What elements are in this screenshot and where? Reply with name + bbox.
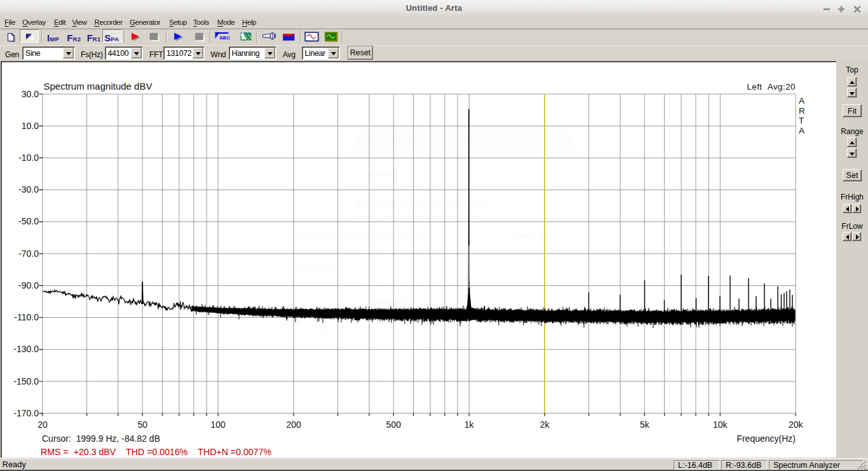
svg-text:200: 200 xyxy=(286,420,301,430)
svg-text:-130.0: -130.0 xyxy=(13,344,39,354)
svg-text:Left Avg:20: Left Avg:20 xyxy=(747,82,796,92)
svg-text:10.0: 10.0 xyxy=(22,121,39,131)
svg-text:T: T xyxy=(799,116,804,125)
svg-text:+ Sekunden: + Sekunden xyxy=(508,231,553,240)
svg-text:-30.0: -30.0 xyxy=(18,184,39,195)
svg-text:-110.0: -110.0 xyxy=(14,312,39,322)
svg-text:Spectrum magnitude dBV: Spectrum magnitude dBV xyxy=(44,81,153,92)
svg-text:nach Pause automatisch beenden: nach Pause automatisch beenden xyxy=(356,212,481,222)
svg-text:auf Wiedergabegerät anwenden: auf Wiedergabegerät anwenden xyxy=(356,181,473,191)
svg-text:-150.0: -150.0 xyxy=(13,376,39,386)
svg-text:Abbrechen: Abbrechen xyxy=(365,296,405,306)
svg-text:-170.0: -170.0 xyxy=(13,408,39,418)
svg-text:RMS = +20.3 dBV THD =0.001: RMS = +20.3 dBV THD =0.0016% THD+N =0.00… xyxy=(41,447,272,457)
svg-text:A: A xyxy=(799,96,804,106)
svg-text:1k: 1k xyxy=(465,420,475,430)
svg-text:aller Tonsteuerelemente aufzei: aller Tonsteuerelemente aufzeichnen xyxy=(356,198,491,207)
svg-text:R: R xyxy=(799,106,805,116)
svg-text:-10.0: -10.0 xyxy=(18,153,39,163)
svg-text:ausführen: ausführen xyxy=(299,263,336,273)
svg-text:Effekt anwendend: Effekt anwendend xyxy=(365,137,431,147)
svg-text:-90.0: -90.0 xyxy=(18,280,39,290)
svg-text:-70.0: -70.0 xyxy=(18,249,39,259)
svg-text:50: 50 xyxy=(137,420,147,430)
svg-text:5k: 5k xyxy=(640,420,650,430)
svg-text:100: 100 xyxy=(210,420,226,430)
svg-text:10k: 10k xyxy=(713,420,728,430)
svg-text:Frequency(Hz): Frequency(Hz) xyxy=(736,433,796,444)
svg-text:20k: 20k xyxy=(789,420,804,430)
svg-text:-50.0: -50.0 xyxy=(18,216,39,226)
svg-text:20: 20 xyxy=(37,420,48,430)
svg-text:Info sofort anzeigen Löschen: Info sofort anzeigen Löschen nach xyxy=(299,231,425,240)
svg-text:30.0: 30.0 xyxy=(22,89,39,99)
svg-text:Cursor: 1999.9 Hz, -84.82 dB: Cursor: 1999.9 Hz, -84.82 dB xyxy=(42,433,160,444)
svg-text:aufnehmen: aufnehmen xyxy=(356,170,397,180)
svg-text:2k: 2k xyxy=(540,420,550,430)
svg-text:500: 500 xyxy=(386,420,402,430)
svg-text:A: A xyxy=(799,126,804,135)
svg-text:Hilfe: Hilfe xyxy=(311,322,328,331)
